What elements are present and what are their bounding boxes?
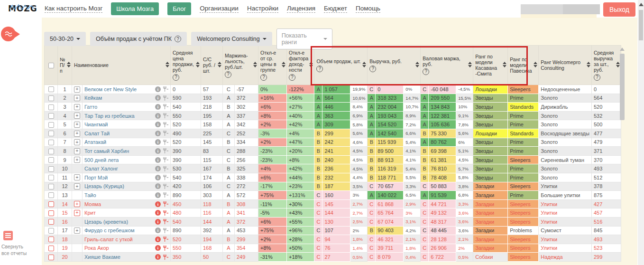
column-header-cost[interactable]: С/С руб. /шт. (201, 46, 223, 85)
help-icon[interactable]: ? (289, 74, 295, 81)
dish-name-link[interactable]: Ататакай (84, 139, 106, 145)
row-checkbox[interactable] (48, 210, 54, 216)
organization-dropdown-button[interactable]: Welcomepro Consulting (191, 32, 272, 46)
sort-icon[interactable] (587, 62, 590, 67)
dish-name-link[interactable]: Цезарь (креветка) (84, 219, 128, 225)
tech-card-icon[interactable] (162, 86, 168, 92)
tech-card-icon[interactable] (162, 130, 168, 136)
expand-icon[interactable]: + (74, 183, 80, 189)
column-header-volume[interactable]: Объем продаж, шт.? (314, 46, 368, 85)
metric-button[interactable]: Объём продаж с учётом ПК ? (90, 32, 187, 46)
expand-icon[interactable]: + (74, 104, 80, 110)
help-icon[interactable]: ? (423, 68, 429, 75)
tech-card-icon[interactable] (162, 245, 168, 251)
dish-name-link[interactable]: Рока Акор (84, 245, 109, 251)
tech-card-icon[interactable] (162, 157, 168, 163)
info-icon[interactable]: i (155, 131, 161, 136)
dish-name-link[interactable]: Велком сет New Style (84, 86, 137, 92)
info-icon[interactable]: i (155, 227, 161, 233)
column-header-avg_price[interactable]: Средняя цена продажи, руб.? (171, 46, 201, 85)
nav-item-1[interactable]: Как настроить Мозг (45, 5, 102, 13)
dish-name-link[interactable]: Фирудо с гребешком (84, 227, 135, 233)
info-icon[interactable]: i (155, 157, 161, 163)
nav-item-4[interactable]: Организации (200, 5, 239, 13)
row-checkbox[interactable] (48, 184, 54, 189)
info-icon[interactable]: i (155, 166, 161, 171)
expand-icon[interactable]: + (74, 113, 80, 119)
expand-icon[interactable]: + (74, 157, 80, 163)
help-icon[interactable]: ? (369, 66, 376, 72)
sort-icon[interactable] (282, 62, 285, 67)
dish-name-link[interactable]: Крит (84, 210, 96, 216)
info-icon[interactable]: i (155, 122, 161, 127)
expand-icon[interactable]: + (74, 131, 80, 137)
dish-name-link[interactable]: Тар Тар из гребешка (84, 113, 135, 119)
dish-name-link[interactable]: Чиангмай (84, 122, 108, 127)
column-header-avg_rev[interactable]: Средняя выручка за шт., руб.? (591, 46, 621, 85)
row-checkbox[interactable] (48, 219, 54, 225)
mozg-logo[interactable]: MOZG (8, 1, 38, 17)
nav-item-7[interactable]: Бюджет (324, 5, 347, 13)
column-header-num[interactable]: № П/п (58, 46, 72, 85)
row-checkbox[interactable] (48, 228, 54, 234)
expand-icon[interactable]: + (74, 86, 80, 93)
dish-name-link[interactable]: Порт Мэй (84, 175, 108, 180)
tech-card-icon[interactable] (162, 183, 168, 189)
select-all-checkbox[interactable] (48, 63, 54, 68)
info-icon[interactable]: i (155, 192, 161, 198)
scroll-up-icon[interactable] (639, 3, 644, 6)
column-header-dev_price[interactable]: Откл-е от ср. цены в группе? (258, 46, 287, 85)
tech-card-icon[interactable] (162, 254, 168, 260)
sort-icon[interactable] (362, 62, 366, 67)
table-scrollbar[interactable] (619, 47, 625, 261)
row-checkbox[interactable] (48, 131, 54, 136)
expand-icon[interactable]: + (74, 201, 80, 207)
preset-dropdown-button[interactable]: 50-30-20 (44, 32, 86, 46)
expand-icon[interactable]: + (74, 148, 80, 154)
column-header-dev_profit[interactable]: Откл-е фактора доход- ности? (287, 46, 314, 85)
info-icon[interactable]: i (155, 148, 161, 154)
expand-icon[interactable]: + (74, 227, 80, 234)
help-icon[interactable]: ? (594, 74, 600, 81)
browser-scrollbar[interactable] (638, 0, 644, 265)
show-ranks-select[interactable]: Показать ранги (276, 28, 332, 49)
sort-icon[interactable] (534, 62, 537, 67)
info-icon[interactable]: i (155, 86, 161, 92)
sort-icon[interactable] (166, 62, 169, 67)
row-checkbox[interactable] (48, 192, 54, 198)
nav-item-5[interactable]: Настройки (247, 5, 278, 13)
info-icon[interactable]: i (155, 219, 161, 225)
expand-icon[interactable]: + (74, 122, 80, 128)
tech-card-icon[interactable] (162, 166, 168, 172)
help-icon[interactable]: ? (316, 66, 323, 72)
nav-item-3[interactable]: Блог (167, 2, 191, 15)
column-header-pavesika[interactable]: Ранг по модели Павесика (508, 46, 539, 85)
dish-name-link[interactable]: Тайо (84, 192, 96, 198)
column-header-revenue[interactable]: Выручка, руб.? (368, 46, 421, 85)
dish-name-link[interactable]: Хияше Вакаме (84, 254, 120, 260)
browser-scrollbar-thumb[interactable] (639, 10, 643, 40)
row-checkbox[interactable] (48, 175, 54, 180)
dish-name-link[interactable]: Кейкам (84, 95, 102, 101)
info-icon[interactable]: i (155, 175, 161, 180)
row-checkbox[interactable] (48, 95, 54, 101)
info-icon[interactable]: i (155, 201, 161, 207)
row-checkbox[interactable] (48, 122, 54, 128)
expand-icon[interactable]: + (74, 95, 80, 101)
tech-card-icon[interactable] (162, 174, 168, 180)
info-icon[interactable]: i (155, 210, 161, 216)
column-header-name[interactable]: Наименование (72, 46, 171, 85)
row-checkbox[interactable] (48, 113, 54, 119)
logout-button[interactable]: Выход (603, 2, 635, 17)
row-checkbox[interactable] (48, 157, 54, 163)
collapse-reports-label[interactable]: Свернуть все отчеты (1, 243, 30, 256)
sort-icon[interactable] (67, 62, 71, 67)
info-icon[interactable]: i (155, 95, 161, 101)
tech-card-icon[interactable] (162, 148, 168, 154)
sort-icon[interactable] (218, 62, 221, 67)
column-header-gross_margin[interactable]: Валовая маржа, руб.? (421, 46, 473, 85)
row-checkbox[interactable] (48, 255, 54, 260)
column-header-wpro[interactable]: Ранг Welcomepro Consulting (539, 46, 592, 85)
row-checkbox[interactable] (48, 104, 54, 110)
info-icon[interactable]: i (155, 183, 161, 189)
